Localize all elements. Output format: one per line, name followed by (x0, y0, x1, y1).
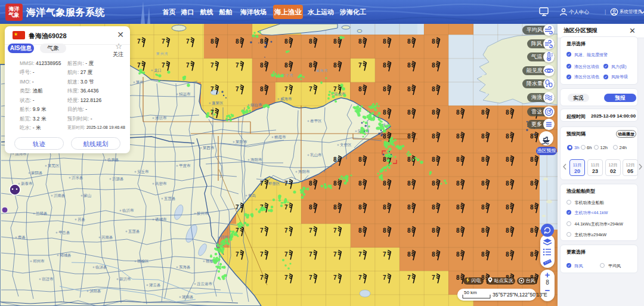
svg-text:8: 8 (260, 86, 264, 92)
svg-text:8: 8 (210, 38, 214, 45)
svg-text:8: 8 (407, 133, 411, 140)
svg-text:莱芜区: 莱芜区 (47, 163, 60, 168)
svg-text:8: 8 (383, 86, 386, 92)
svg-text:东海县: 东海县 (179, 265, 191, 270)
svg-text:8: 8 (260, 62, 264, 69)
svg-text:7: 7 (260, 251, 264, 258)
svg-text:8: 8 (407, 109, 411, 116)
svg-text:8: 8 (383, 204, 386, 211)
svg-text:威 海 湾: 威 海 湾 (316, 69, 328, 73)
svg-text:8: 8 (456, 109, 460, 116)
svg-text:沂水县: 沂水县 (72, 175, 83, 180)
svg-text:新沂市: 新沂市 (119, 277, 131, 282)
svg-text:沂源县: 沂源县 (112, 177, 124, 181)
svg-text:8: 8 (481, 251, 485, 258)
svg-text:7: 7 (284, 227, 288, 234)
svg-text:平邑县: 平邑县 (58, 230, 70, 234)
svg-text:8: 8 (358, 38, 362, 45)
svg-text:7: 7 (383, 274, 386, 281)
svg-text:沭阳县: 沭阳县 (89, 289, 101, 293)
svg-text:7: 7 (309, 274, 312, 281)
svg-text:7: 7 (284, 251, 288, 258)
svg-text:8: 8 (432, 251, 435, 258)
svg-text:7: 7 (236, 204, 239, 211)
svg-text:8: 8 (333, 156, 337, 163)
svg-text:7: 7 (333, 251, 337, 258)
svg-text:文登区: 文登区 (340, 143, 352, 147)
svg-text:7: 7 (210, 86, 214, 92)
svg-text:8: 8 (530, 133, 534, 140)
svg-text:8: 8 (407, 62, 411, 69)
svg-text:龙口: 龙口 (154, 68, 162, 73)
svg-text:8: 8 (407, 227, 411, 234)
svg-text:7: 7 (358, 274, 362, 281)
svg-text:8: 8 (432, 62, 435, 69)
svg-text:7: 7 (236, 86, 239, 92)
svg-text:8: 8 (407, 86, 411, 92)
svg-text:诸城市: 诸城市 (155, 217, 167, 222)
svg-text:连云港市: 连云港市 (197, 282, 213, 286)
svg-text:8: 8 (260, 38, 264, 45)
svg-text:烟台市: 烟台市 (250, 103, 262, 107)
svg-text:蒙山: 蒙山 (83, 193, 92, 197)
svg-text:8: 8 (407, 156, 411, 163)
svg-text:8: 8 (383, 133, 386, 140)
svg-text:7: 7 (210, 109, 214, 116)
svg-text:8: 8 (481, 133, 485, 140)
svg-text:8: 8 (309, 62, 312, 69)
svg-text:8: 8 (481, 109, 485, 116)
svg-text:7: 7 (162, 38, 165, 45)
svg-text:莒南县: 莒南县 (101, 235, 113, 240)
svg-text:安丘市: 安丘市 (137, 169, 149, 174)
svg-text:临沂市: 临沂市 (122, 208, 134, 213)
svg-text:7: 7 (432, 274, 435, 281)
svg-text:灌南县: 灌南县 (182, 295, 194, 299)
svg-text:8: 8 (358, 180, 362, 187)
svg-text:7: 7 (236, 251, 239, 258)
svg-text:灌云县: 灌云县 (149, 283, 161, 288)
svg-text:新泰市: 新泰市 (21, 181, 33, 186)
svg-text:8: 8 (506, 204, 509, 211)
svg-text:青岛: 青岛 (248, 193, 256, 197)
svg-text:莒县: 莒县 (78, 217, 86, 222)
svg-text:8: 8 (236, 38, 239, 45)
svg-text:五莲县: 五莲县 (164, 196, 176, 200)
svg-text:7: 7 (186, 62, 190, 69)
svg-text:8: 8 (383, 62, 386, 69)
svg-text:8: 8 (506, 180, 509, 187)
svg-text:8: 8 (383, 180, 386, 187)
svg-text:8: 8 (530, 204, 534, 211)
svg-text:8: 8 (309, 38, 312, 45)
svg-text:兰陵县: 兰陵县 (36, 211, 48, 215)
svg-text:莱西市: 莱西市 (202, 146, 215, 150)
svg-text:7: 7 (309, 227, 312, 234)
svg-text:胶州市: 胶州市 (196, 211, 209, 215)
svg-text:8: 8 (309, 180, 312, 187)
svg-text:7: 7 (137, 38, 141, 45)
svg-text:7: 7 (162, 62, 165, 69)
svg-text:即墨区: 即墨区 (268, 181, 280, 186)
svg-text:8: 8 (333, 180, 337, 187)
svg-text:8: 8 (407, 38, 411, 45)
svg-text:8: 8 (432, 227, 435, 234)
svg-text:8: 8 (358, 204, 362, 211)
svg-text:8: 8 (456, 133, 460, 140)
svg-text:7: 7 (407, 274, 411, 281)
svg-text:莱 州 湾: 莱 州 湾 (156, 52, 168, 56)
svg-text:8: 8 (506, 156, 509, 163)
svg-text:临朐县: 临朐县 (107, 157, 119, 162)
svg-text:7: 7 (358, 251, 362, 258)
svg-text:8: 8 (284, 38, 288, 45)
svg-text:8: 8 (333, 38, 337, 45)
svg-text:威海市: 威海市 (280, 97, 292, 101)
svg-text:8: 8 (383, 227, 386, 234)
svg-text:7: 7 (383, 251, 386, 258)
svg-text:8: 8 (530, 180, 534, 187)
svg-text:7: 7 (284, 204, 288, 211)
svg-text:邳州市: 邳州市 (33, 259, 45, 263)
svg-text:7: 7 (260, 180, 264, 187)
svg-text:7: 7 (260, 227, 264, 234)
svg-text:7: 7 (358, 62, 362, 69)
svg-text:8: 8 (333, 62, 337, 69)
svg-text:乳山市: 乳山市 (310, 153, 322, 157)
